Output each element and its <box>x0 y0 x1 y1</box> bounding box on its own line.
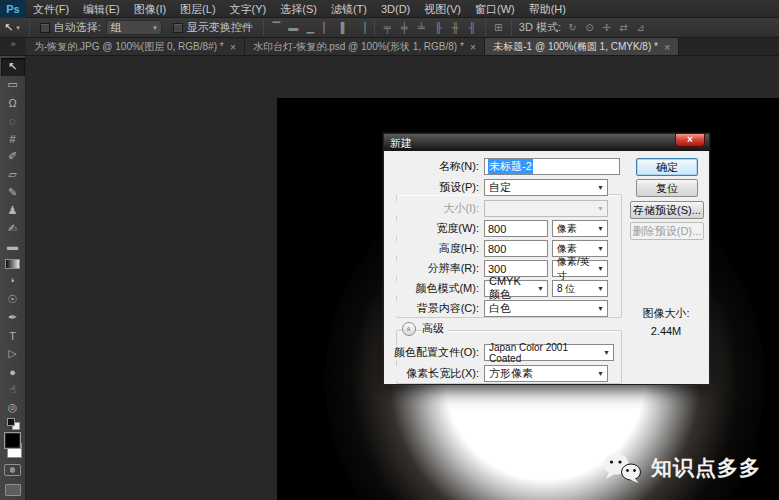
lasso-tool[interactable]: Ω <box>1 94 25 112</box>
preset-dropdown[interactable]: 自定 ▼ <box>484 179 608 196</box>
resolution-unit-dropdown[interactable]: 像素/英寸 ▼ <box>552 260 608 277</box>
3d-drag-icon[interactable]: ✛ <box>599 20 614 35</box>
pixel-aspect-dropdown[interactable]: 方形像素 ▼ <box>484 365 608 382</box>
crop-tool[interactable]: # <box>1 130 25 148</box>
path-selection-tool[interactable]: ▷ <box>1 345 25 363</box>
3d-rotate-icon[interactable]: ↻ <box>565 20 580 35</box>
screen-mode-button[interactable] <box>1 480 25 500</box>
show-transform-checkbox[interactable]: 显示变换控件 <box>168 20 258 35</box>
separator <box>374 20 375 36</box>
dropdown-arrow-icon: ▼ <box>597 370 604 377</box>
save-preset-button[interactable]: 存储预设(S)... <box>630 201 704 219</box>
clone-stamp-tool[interactable]: ♟ <box>1 201 25 219</box>
document-tab-bar: » 为-恢复的.JPG @ 100%(图层 0, RGB/8#) * × 水印台… <box>0 38 779 56</box>
menu-help[interactable]: 帮助(H) <box>522 0 573 18</box>
menu-layer[interactable]: 图层(L) <box>173 0 222 18</box>
move-tool[interactable]: ↖ <box>1 58 25 76</box>
history-brush-tool[interactable]: ✍ <box>1 219 25 237</box>
dropdown-arrow-icon: ▾ <box>16 24 20 32</box>
distribute-right-icon[interactable]: ╢ <box>465 20 480 35</box>
distribute-horizontal-centers-icon[interactable]: ╫ <box>448 20 463 35</box>
ok-button[interactable]: 确定 <box>636 158 698 176</box>
reset-button[interactable]: 复位 <box>636 179 698 197</box>
align-bottom-edges-icon[interactable]: ▁ <box>303 20 318 35</box>
preset-row: 预设(P): 自定 ▼ <box>390 179 608 196</box>
name-input[interactable]: 未标题-2 <box>484 158 620 175</box>
brush-tool[interactable]: ✎ <box>1 183 25 201</box>
gradient-tool[interactable] <box>1 255 25 273</box>
tools-panel: ↖▭Ω◌#✐▱✎♟✍▬❛☉✒T▷●☝◎ <box>0 56 26 500</box>
align-vertical-centers-icon[interactable]: ▬ <box>286 20 301 35</box>
auto-align-layers-icon[interactable]: ⊞ <box>491 20 506 35</box>
rectangular-marquee-tool[interactable]: ▭ <box>1 76 25 94</box>
3d-slide-icon[interactable]: ⇄ <box>616 20 631 35</box>
eyedropper-tool[interactable]: ✐ <box>1 148 25 166</box>
dodge-tool[interactable]: ☉ <box>1 291 25 309</box>
align-right-edges-icon[interactable]: ▕ <box>354 20 369 35</box>
dropdown-arrow-icon: ▼ <box>597 205 604 212</box>
quick-mask-button[interactable] <box>1 460 25 480</box>
align-left-edges-icon[interactable]: ▏ <box>320 20 335 35</box>
pen-tool[interactable]: ✒ <box>1 309 25 327</box>
tab-document-1[interactable]: 为-恢复的.JPG @ 100%(图层 0, RGB/8#) * × <box>26 38 245 55</box>
distribute-vertical-centers-icon[interactable]: ╪ <box>397 20 412 35</box>
menu-select[interactable]: 选择(S) <box>273 0 324 18</box>
menu-image[interactable]: 图像(I) <box>127 0 173 18</box>
quick-selection-tool[interactable]: ◌ <box>1 112 25 130</box>
menu-3d[interactable]: 3D(D) <box>374 0 417 18</box>
spot-healing-brush-tool[interactable]: ▱ <box>1 166 25 184</box>
color-profile-dropdown[interactable]: Japan Color 2001 Coated ▼ <box>484 344 614 361</box>
default-colors-icon[interactable] <box>1 416 25 430</box>
zoom-tool[interactable]: ◎ <box>1 399 25 417</box>
auto-select-target-dropdown[interactable]: 组 ▾ <box>106 20 162 35</box>
tab-close-icon[interactable]: × <box>470 42 476 52</box>
delete-preset-button: 删除预设(D)... <box>630 222 704 240</box>
ellipse-tool[interactable]: ● <box>1 363 25 381</box>
color-mode-dropdown[interactable]: CMYK 颜色 ▼ <box>484 280 548 297</box>
selected-text: 未标题-2 <box>488 159 533 174</box>
hand-tool[interactable]: ☝ <box>1 381 25 399</box>
align-top-edges-icon[interactable]: ▔ <box>269 20 284 35</box>
auto-select-checkbox[interactable]: 自动选择: <box>35 20 106 35</box>
menu-window[interactable]: 窗口(W) <box>468 0 522 18</box>
tab-close-icon[interactable]: × <box>230 42 236 52</box>
menu-view[interactable]: 视图(V) <box>417 0 468 18</box>
advanced-expander-button[interactable]: » <box>402 322 416 336</box>
height-input[interactable]: 800 <box>484 240 548 257</box>
menu-file[interactable]: 文件(F) <box>26 0 76 18</box>
background-row: 背景内容(C): 白色 ▼ <box>390 300 608 317</box>
tab-close-icon[interactable]: × <box>664 42 670 52</box>
tool-preset-picker[interactable]: ↖ ▾ <box>0 21 24 34</box>
dropdown-arrow-icon: ▼ <box>597 225 604 232</box>
dropdown-arrow-icon: ▼ <box>597 265 604 272</box>
menu-edit[interactable]: 编辑(E) <box>76 0 127 18</box>
eraser-tool[interactable]: ▬ <box>1 237 25 255</box>
distribute-bottom-icon[interactable]: ╧ <box>414 20 429 35</box>
width-input[interactable]: 800 <box>484 220 548 237</box>
panel-collapse-icon[interactable]: » <box>0 38 26 55</box>
type-tool[interactable]: T <box>1 327 25 345</box>
color-swatches[interactable] <box>1 430 25 460</box>
separator <box>29 20 30 36</box>
3d-scale-icon[interactable]: ⊿ <box>633 20 648 35</box>
align-horizontal-centers-icon[interactable]: ▌ <box>337 20 352 35</box>
new-document-dialog: 新建 × 名称(N): 未标题-2 预设(P): 自定 ▼ 大小(I): ▼ <box>383 133 710 385</box>
blur-tool[interactable]: ❛ <box>1 273 25 291</box>
bit-depth-dropdown[interactable]: 8 位 ▼ <box>552 280 608 297</box>
menu-type[interactable]: 文字(Y) <box>223 0 274 18</box>
width-label: 宽度(W): <box>390 221 484 236</box>
tab-document-2[interactable]: 水印台灯-恢复的.psd @ 100%(形状 1, RGB/8) * × <box>245 38 485 55</box>
color-profile-label: 颜色配置文件(O): <box>390 345 484 360</box>
dropdown-arrow-icon: ▼ <box>597 245 604 252</box>
3d-mode-label: 3D 模式: <box>519 20 561 35</box>
distribute-top-icon[interactable]: ╤ <box>380 20 395 35</box>
dialog-title: 新建 <box>384 134 709 151</box>
distribute-left-icon[interactable]: ╟ <box>431 20 446 35</box>
menu-filter[interactable]: 滤镜(T) <box>324 0 374 18</box>
background-dropdown[interactable]: 白色 ▼ <box>484 300 608 317</box>
width-unit-dropdown[interactable]: 像素 ▼ <box>552 220 608 237</box>
3d-roll-icon[interactable]: ⊙ <box>582 20 597 35</box>
tab-document-3[interactable]: 未标题-1 @ 100%(椭圆 1, CMYK/8) * × <box>485 38 679 55</box>
dialog-close-button[interactable]: × <box>675 134 705 147</box>
dropdown-arrow-icon: ▾ <box>153 24 157 32</box>
